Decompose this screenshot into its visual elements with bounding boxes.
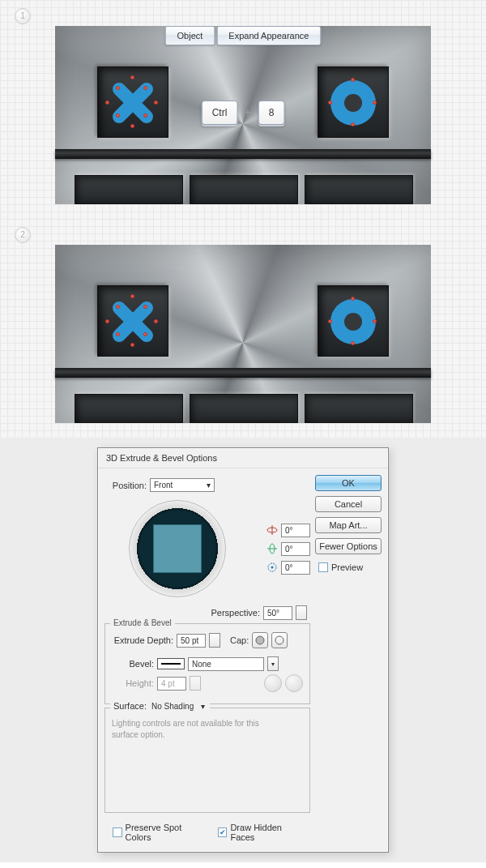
cap-on-button[interactable] xyxy=(252,632,268,648)
menu-path: Object Expand Appearance xyxy=(165,26,322,45)
illustration-panel-1: Object Expand Appearance xyxy=(55,26,431,204)
dialog-title: 3D Extrude & Bevel Options xyxy=(98,448,388,468)
cap-off-button[interactable] xyxy=(271,632,288,648)
socket-x xyxy=(97,285,168,357)
bottom-slot xyxy=(75,394,183,423)
bottom-slot xyxy=(305,175,413,204)
x-shape xyxy=(109,79,157,127)
bevel-in-icon xyxy=(264,674,282,692)
key-8: 8 xyxy=(258,100,285,125)
illustration-panel-2 xyxy=(55,245,431,423)
extrude-bevel-fieldset: Extrude & Bevel Extrude Depth: 50 pt Cap… xyxy=(104,623,310,704)
step-1-badge: 1 xyxy=(15,8,31,24)
height-stepper xyxy=(190,676,201,691)
preview-label: Preview xyxy=(331,562,363,572)
svg-point-6 xyxy=(256,636,264,644)
menu-object[interactable]: Object xyxy=(165,26,215,45)
extrude-bevel-dialog: 3D Extrude & Bevel Options Position: Fro… xyxy=(97,447,389,853)
cancel-button[interactable]: Cancel xyxy=(315,496,382,512)
o-shape xyxy=(330,299,376,344)
socket-o xyxy=(318,66,389,138)
ok-button[interactable]: OK xyxy=(315,475,382,491)
bevel-preview-swatch xyxy=(157,658,185,669)
bevel-dropdown[interactable]: None xyxy=(188,657,264,671)
svg-point-7 xyxy=(275,636,284,644)
lighting-note: Lighting controls are not available for … xyxy=(112,718,274,741)
perspective-stepper[interactable] xyxy=(296,605,307,620)
fewer-options-button[interactable]: Fewer Options xyxy=(315,538,382,554)
checkbox-icon xyxy=(113,827,122,837)
tutorial-step-1: 1 Object Expand Appearance xyxy=(0,0,486,219)
surface-dropdown[interactable]: No Shading ▾ xyxy=(150,702,207,711)
plus-icon: + xyxy=(244,105,251,120)
axis-x-icon xyxy=(266,524,278,536)
extrude-depth-label: Extrude Depth: xyxy=(112,635,173,645)
x-shape xyxy=(109,297,157,346)
position-label: Position: xyxy=(109,481,147,490)
perspective-label: Perspective: xyxy=(211,608,260,618)
extrude-depth-stepper[interactable] xyxy=(209,633,220,648)
rotation-x-input[interactable]: 0° xyxy=(281,524,310,537)
chevron-down-icon: ▾ xyxy=(201,702,205,711)
axis-y-icon xyxy=(266,543,278,554)
draw-hidden-checkbox[interactable]: ✔ Draw Hidden Faces xyxy=(215,823,305,842)
checkbox-checked-icon: ✔ xyxy=(218,827,228,837)
preserve-spot-checkbox[interactable]: Preserve Spot Colors xyxy=(109,823,207,842)
tutorial-step-2: 2 xyxy=(0,219,486,438)
trackball-face xyxy=(153,524,202,573)
menu-expand-appearance[interactable]: Expand Appearance xyxy=(216,26,321,45)
surface-fieldset: Surface: No Shading ▾ Lighting controls … xyxy=(104,708,310,813)
map-art-button[interactable]: Map Art... xyxy=(315,517,382,533)
key-ctrl: Ctrl xyxy=(202,100,238,125)
dialog-area: 3D Extrude & Bevel Options Position: Fro… xyxy=(0,438,486,862)
surface-value: No Shading xyxy=(151,702,194,711)
bottom-slot xyxy=(75,175,183,204)
height-label: Height: xyxy=(112,678,154,688)
extrude-bevel-label: Extrude & Bevel xyxy=(110,618,175,627)
surface-label: Surface: xyxy=(113,701,147,711)
rotation-y-input[interactable]: 0° xyxy=(281,542,310,556)
draw-hidden-label: Draw Hidden Faces xyxy=(230,823,305,842)
rotation-z-input[interactable]: 0° xyxy=(281,561,310,575)
position-dropdown[interactable]: Front ▾ xyxy=(150,478,215,492)
socket-x xyxy=(97,66,168,138)
bottom-slot xyxy=(190,394,298,423)
step-2-badge: 2 xyxy=(15,227,31,243)
preview-checkbox[interactable]: Preview xyxy=(315,562,382,572)
height-input: 4 pt xyxy=(157,677,186,691)
bevel-label: Bevel: xyxy=(112,659,154,669)
bottom-slot xyxy=(305,394,413,423)
bevel-out-icon xyxy=(285,674,303,692)
bevel-value: None xyxy=(192,660,211,669)
bottom-slot xyxy=(190,175,298,204)
preserve-spot-label: Preserve Spot Colors xyxy=(126,823,207,842)
checkbox-icon xyxy=(318,562,328,572)
cap-label: Cap: xyxy=(230,635,249,645)
svg-point-5 xyxy=(271,567,274,569)
chevron-down-icon: ▾ xyxy=(207,481,211,490)
keyboard-shortcut: Ctrl + 8 xyxy=(202,100,285,125)
rotation-trackball[interactable] xyxy=(129,500,226,597)
extrude-depth-input[interactable]: 50 pt xyxy=(177,634,206,648)
axis-z-icon xyxy=(266,562,278,573)
perspective-input[interactable]: 50° xyxy=(263,606,292,620)
socket-o xyxy=(318,285,389,357)
o-shape xyxy=(330,80,376,126)
position-value: Front xyxy=(154,481,173,490)
bevel-dropdown-arrow[interactable]: ▾ xyxy=(267,656,279,671)
